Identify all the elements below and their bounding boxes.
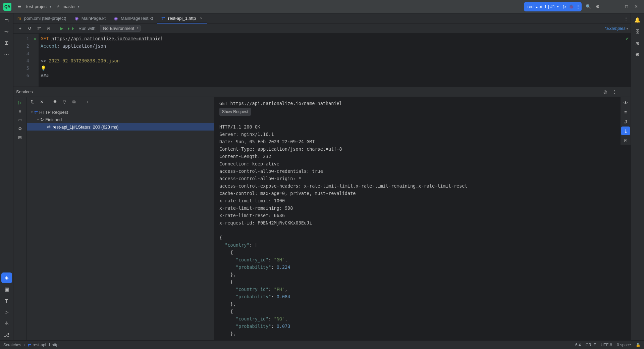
editor[interactable]: 1▶ 2 3 4 5 6 GET https://api.nationalize…	[13, 34, 631, 87]
indent[interactable]: 0 space	[617, 343, 631, 347]
settings-icon[interactable]: ⚙	[593, 2, 602, 11]
tab-mainpagetest[interactable]: ◉ MainPageTest.kt	[110, 13, 157, 23]
services-left-toolbar: ▷ ■ ▭ ⚙ ⊞	[13, 97, 27, 340]
refresh-icon: ↻	[40, 117, 44, 122]
terminal-tool-icon[interactable]: ▣	[1, 284, 12, 295]
run-tool-icon[interactable]: ▷	[1, 307, 12, 317]
resp-scroll-icon[interactable]: ⤓	[621, 127, 630, 135]
readonly-lock-icon[interactable]: 🔒	[636, 343, 641, 347]
branch-name: master	[62, 4, 76, 9]
tree-finished-group[interactable]: ▾ ↻ Finished	[27, 116, 214, 123]
minimize-button[interactable]: —	[612, 2, 622, 11]
tab-label: MainPage.kt	[82, 16, 106, 21]
tab-label: MainPageTest.kt	[121, 16, 153, 21]
convert-button[interactable]: ⇄	[35, 24, 43, 33]
services-config-icon[interactable]: ⚙	[16, 124, 24, 133]
run-config-widget[interactable]: rest-api_1 | #1▾ ▷ 🐞 ⋮	[524, 2, 582, 11]
resp-preview-icon[interactable]: 👁	[621, 98, 630, 107]
http-editor-toolbar: + ↺ ⇄ ⎘ ▶ ⏵⏵ Run with: No Environment *E…	[13, 23, 631, 34]
services-title: Services	[16, 89, 33, 94]
structure-tool-icon[interactable]: ⊞	[1, 38, 12, 48]
http-file-icon: ⇄	[28, 343, 31, 347]
branch-selector[interactable]: master▾	[53, 4, 82, 9]
editor-tabs: m pom.xml (test-project) ◉ MainPage.kt ◉…	[13, 13, 631, 23]
more-tools-icon[interactable]: ⋯	[1, 49, 12, 60]
tab-label: rest-api_1.http	[168, 16, 196, 21]
notifications-icon[interactable]: 🔔	[632, 15, 643, 26]
open-tab-icon[interactable]: ⧉	[70, 98, 78, 106]
search-everywhere-icon[interactable]: 🔍	[584, 2, 593, 11]
maven-icon: m	[17, 16, 22, 21]
close-session-icon[interactable]: ✕	[38, 98, 46, 106]
line-ending[interactable]: CRLF	[586, 343, 596, 347]
tab-pom[interactable]: m pom.xml (test-project)	[13, 13, 71, 23]
show-hide-icon[interactable]: 👁	[51, 98, 59, 106]
resp-wrap-icon[interactable]: ≡	[621, 108, 630, 116]
environment-dropdown[interactable]: No Environment	[100, 25, 141, 32]
kotlin-icon: ◉	[75, 16, 79, 21]
project-name: test-project	[26, 4, 48, 9]
kotlin-icon: ◉	[114, 16, 119, 21]
services-more-icon[interactable]: ⋮	[610, 88, 619, 96]
layout-button[interactable]: ⊞	[16, 133, 24, 141]
expand-all-icon[interactable]: ⇅	[28, 98, 36, 106]
inspection-ok-icon[interactable]: ✔	[626, 36, 629, 41]
problems-tool-icon[interactable]: ⚠	[1, 318, 12, 329]
project-selector[interactable]: test-project▾	[24, 4, 53, 9]
add-request-button[interactable]: +	[16, 24, 24, 33]
services-tree[interactable]: ▾ ⇄ HTTP Request ▾ ↻ Finished ⇄ rest-api…	[27, 107, 214, 340]
tabs-more-icon[interactable]: ⋮	[621, 14, 631, 23]
coverage-icon[interactable]: ⊕	[632, 49, 643, 60]
tree-run-item[interactable]: ⇄ rest-api_1 | #1 Status: 200 (623 ms)	[27, 123, 214, 131]
rerun-button[interactable]: ▷	[16, 98, 24, 106]
examples-link[interactable]: *Examples▾	[605, 26, 628, 31]
intention-bulb-icon[interactable]: 💡	[41, 65, 46, 71]
run-config-label: rest-api_1 | #1	[527, 4, 555, 9]
caret-position[interactable]: 6:4	[575, 343, 581, 347]
stop-button[interactable]: ■	[16, 107, 24, 115]
tab-label: pom.xml (test-project)	[24, 16, 66, 21]
request-icon: ⇄	[47, 124, 51, 130]
response-viewer[interactable]: GET https://api.nationalize.io?name=nath…	[215, 97, 631, 340]
history-button[interactable]: ↺	[25, 24, 34, 33]
database-icon[interactable]: 🗄	[632, 26, 643, 37]
tab-mainpage[interactable]: ◉ MainPage.kt	[71, 13, 110, 23]
right-toolbar: 🔔 🗄 m ⊕	[631, 13, 644, 340]
ide-logo: QA	[3, 3, 11, 11]
filter-icon[interactable]: ▽	[60, 98, 68, 106]
close-window-button[interactable]: ✕	[631, 2, 641, 11]
breadcrumb[interactable]: Scratches › ⇄ rest-api_1.http	[3, 343, 58, 347]
titlebar: QA ☰ test-project▾ master▾ rest-api_1 | …	[0, 0, 644, 13]
commit-tool-icon[interactable]: ⊸	[1, 26, 12, 37]
tree-root[interactable]: ▾ ⇄ HTTP Request	[27, 108, 214, 116]
run-button[interactable]: ▷	[563, 4, 567, 9]
close-tab-button[interactable]: ✕	[200, 16, 203, 20]
main-menu-button[interactable]: ☰	[15, 2, 24, 11]
services-settings-icon[interactable]: ◎	[601, 88, 609, 96]
resp-format-icon[interactable]: ⇵	[621, 117, 630, 126]
tab-rest-api[interactable]: ⇄ rest-api_1.http ✕	[157, 13, 207, 23]
branch-icon	[55, 4, 61, 9]
debug-button[interactable]: 🐞	[569, 4, 574, 9]
run-all-env-button[interactable]: ⏵⏵	[67, 24, 75, 33]
code-area[interactable]: GET https://api.nationalize.io?name=nath…	[39, 34, 631, 87]
services-tool-icon[interactable]: ◈	[1, 272, 12, 283]
import-button[interactable]: ⎘	[44, 24, 52, 33]
add-service-icon[interactable]: +	[83, 98, 91, 106]
run-line-marker[interactable]: ▶	[34, 37, 37, 41]
project-tool-icon[interactable]: 🗀	[1, 15, 12, 26]
pause-button[interactable]: ▭	[16, 116, 24, 124]
maven-icon[interactable]: m	[632, 38, 643, 48]
vcs-tool-icon[interactable]: ⎇	[1, 330, 12, 340]
services-hide-icon[interactable]: —	[620, 88, 628, 96]
typography-tool-icon[interactable]: T	[1, 295, 12, 306]
resp-copy-icon[interactable]: ⎘	[621, 136, 630, 145]
maximize-button[interactable]: □	[622, 2, 631, 11]
show-request-button[interactable]: Show Request	[219, 108, 251, 116]
statusbar: Scratches › ⇄ rest-api_1.http 6:4 CRLF U…	[0, 340, 644, 349]
run-all-button[interactable]: ▶	[58, 24, 66, 33]
run-more-button[interactable]: ⋮	[576, 4, 580, 9]
run-with-label: Run with:	[78, 26, 97, 31]
encoding[interactable]: UTF-8	[601, 343, 612, 347]
http-icon: ⇄	[34, 110, 38, 115]
